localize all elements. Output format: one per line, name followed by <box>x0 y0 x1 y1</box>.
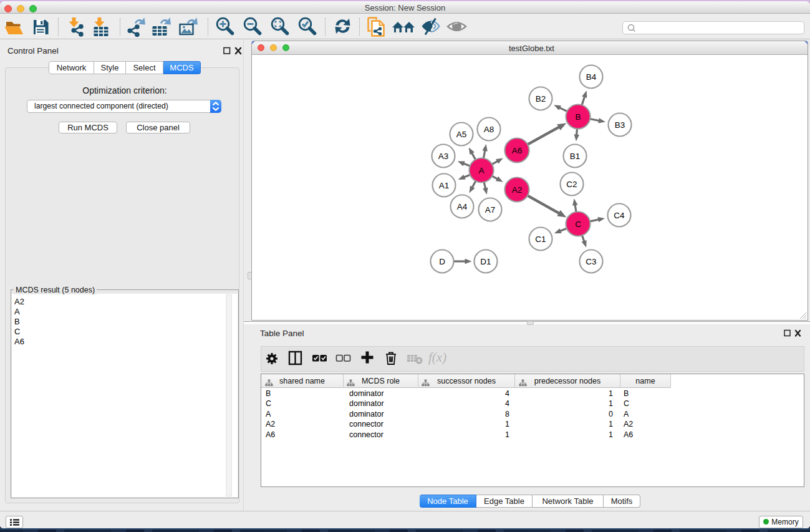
svg-text:C2: C2 <box>566 180 577 189</box>
svg-text:B4: B4 <box>586 72 597 82</box>
svg-text:D1: D1 <box>480 257 491 266</box>
svg-text:A1: A1 <box>439 181 450 190</box>
svg-text:C3: C3 <box>586 257 596 266</box>
svg-text:A8: A8 <box>484 125 494 134</box>
svg-text:D: D <box>439 257 445 266</box>
svg-text:A2: A2 <box>512 185 523 195</box>
svg-text:A4: A4 <box>457 202 468 211</box>
svg-text:B2: B2 <box>536 94 546 104</box>
svg-text:B3: B3 <box>615 120 625 130</box>
svg-text:A6: A6 <box>512 146 523 155</box>
svg-text:A5: A5 <box>456 130 467 139</box>
svg-text:B1: B1 <box>570 152 581 161</box>
svg-text:C4: C4 <box>614 211 625 220</box>
svg-text:B: B <box>575 112 581 122</box>
svg-text:A3: A3 <box>438 152 449 161</box>
svg-text:C1: C1 <box>535 235 546 244</box>
svg-text:A7: A7 <box>485 205 496 215</box>
svg-text:A: A <box>478 166 484 175</box>
svg-text:C: C <box>575 220 581 229</box>
